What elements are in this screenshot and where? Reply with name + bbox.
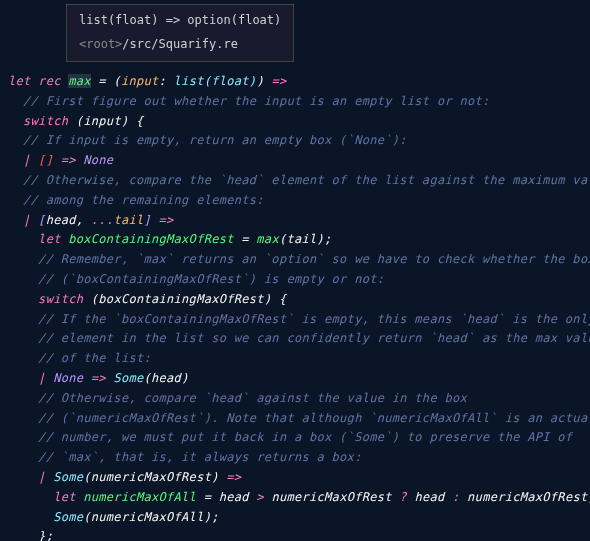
tooltip-type-signature: list(float) => option(float) xyxy=(79,11,281,31)
comment: // of the list: xyxy=(38,351,151,365)
comment: // Otherwise, compare the `head` element… xyxy=(23,173,590,187)
comment: // If the `boxContainingMaxOfRest` is em… xyxy=(38,312,590,326)
comment: // Otherwise, compare `head` against the… xyxy=(38,391,467,405)
comment: // (`numericMaxOfRest`). Note that altho… xyxy=(38,411,590,425)
comment: // element in the list so we can confide… xyxy=(38,331,590,345)
function-name: max xyxy=(68,74,91,88)
comment: // (`boxContainingMaxOfRest`) is empty o… xyxy=(38,272,384,286)
comment: // Remember, `max` returns an `option` s… xyxy=(38,252,590,266)
keyword-rec: rec xyxy=(38,74,61,88)
comment: // `max`, that is, it always returns a b… xyxy=(38,450,362,464)
tooltip-file-path: <root>/src/Squarify.re xyxy=(79,35,281,55)
keyword-let: let xyxy=(8,74,31,88)
comment: // If input is empty, return an empty bo… xyxy=(23,133,407,147)
comment: // among the remaining elements: xyxy=(23,193,264,207)
hover-tooltip: list(float) => option(float) <root>/src/… xyxy=(66,4,294,62)
code-editor[interactable]: let rec max = (input: list(float)) => //… xyxy=(0,0,590,541)
comment: // First figure out whether the input is… xyxy=(23,94,490,108)
comment: // number, we must put it back in a box … xyxy=(38,430,572,444)
